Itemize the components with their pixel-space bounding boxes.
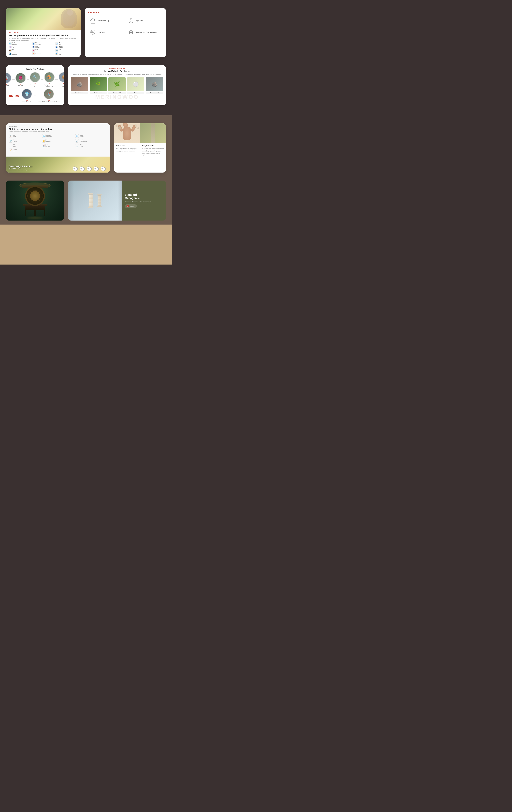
- step-8: ✂️ 06.Inspect fabric/Cutting/Flatlock se…: [37, 89, 60, 103]
- odor-icon: 🔄: [75, 139, 79, 143]
- womens-bottoms-icon: 👗: [55, 46, 58, 48]
- wool-accessories-icon: 🧤: [55, 49, 58, 52]
- circular-steps: 🏭 01.Wool fiber 🧶 02.Spin yarn: [9, 72, 61, 103]
- product-womens-bottoms[interactable]: 👗 Women'sBottoms: [55, 46, 78, 48]
- prop-clean: 🧹 Easy toclean: [9, 149, 41, 152]
- product-wool-accessories[interactable]: 🧤 WoolAccessories: [55, 49, 78, 52]
- easy-care-section: Easy to Care for All our merino wool pro…: [140, 143, 166, 157]
- soft-skin-title: Soft to Skin: [116, 145, 138, 147]
- prop-slim-text: Slimproof: [13, 135, 16, 137]
- procedure-merino-label: Merino Wool Top: [98, 20, 109, 22]
- womens-underwear-label: Women'sUnderwear: [35, 42, 41, 45]
- procedure-card: Procedure Merino Wool Top: [85, 8, 166, 57]
- fabric-title: More Fabric Options: [71, 70, 163, 73]
- procedure-item-merino: Merino Wool Top: [88, 16, 124, 26]
- bamboo-charcoal-label: Bamboocharcoal: [146, 92, 163, 94]
- machine-visual: [6, 180, 64, 221]
- step-8-circle: ✂️: [44, 89, 54, 99]
- step-2: 🧶 02.Spin yarn: [16, 73, 26, 87]
- machine-yarn-card: StandardManagement The process of managi…: [68, 180, 166, 221]
- skin-content: Soft to Skin Merino wool is known to be …: [114, 143, 166, 157]
- step-4-circle: 🎨: [44, 72, 55, 82]
- knit-svg: [90, 29, 96, 35]
- step-7: 👕 07.Finished products: [22, 89, 32, 103]
- product-kids-apparel[interactable]: 🧒 KidsApparel: [9, 49, 31, 52]
- tencel-label: Tencel: [127, 92, 145, 94]
- product-mens-underwear[interactable]: 👕 Men'sUnderwear: [9, 42, 31, 45]
- brand-text: emen: [9, 93, 19, 98]
- fabric-images-row: 🪨 Recycle polyester 🎋 Bamboo viscose 🌿 L…: [71, 77, 163, 94]
- product-wool-fabric[interactable]: 🧵 WoolFabric: [55, 52, 78, 55]
- step-1-label: 01.Wool fiber: [6, 84, 8, 87]
- product-wool-jacket[interactable]: 🧥 Wool Jacket/sportswear: [9, 52, 31, 55]
- recycle-label: Recycle polyester: [71, 92, 88, 94]
- product-mens-bottoms[interactable]: 👖 Men'sBottoms: [32, 46, 55, 48]
- clean-icon: 🧹: [9, 149, 12, 152]
- bottom-section: [0, 225, 172, 264]
- step-1-circle: 🏭: [6, 73, 11, 83]
- product-mens-tops[interactable]: 👔 Men'sTops: [55, 42, 78, 45]
- step-5-circle: 📦: [59, 72, 64, 82]
- wardrobe-top: MERINO WOOL Fit into any wardrobe as a g…: [6, 123, 110, 156]
- wardrobe-bottom-title: Great Design & Function: [9, 165, 34, 168]
- product-womens-tops[interactable]: 👚 Tops: [9, 46, 31, 48]
- circular-knit-card: Circular Knit Products 🏭 01.Wool fiber 🧶: [6, 65, 64, 105]
- natural-icon: ❄️: [75, 134, 79, 138]
- fabric-subtitle: All Renewable Products: [71, 68, 163, 69]
- prop-wrinkle: ✂️ Anti-wrinkle: [42, 144, 74, 147]
- product-functional-sportswear[interactable]: 🏃 Sportswear: [32, 52, 55, 55]
- fabric-description: Your designs/items/ideas/activations are…: [71, 74, 163, 75]
- step-3-label: 03.Knit and inspection fabric: [30, 83, 40, 87]
- mens-tops-label: Men'sTops: [59, 42, 62, 45]
- step-7-circle: 👕: [22, 89, 32, 99]
- odm-description: Your design is fashionable items are wel…: [9, 37, 78, 41]
- lenzing-image: 🌿: [108, 77, 126, 91]
- machine-circular-card: [6, 180, 64, 221]
- wardrobe-title: Fit into any wardrobe as a great base la…: [9, 128, 107, 130]
- kids-apparel-icon: 🧒: [9, 49, 11, 52]
- properties-grid: 🌡️ Slimproof 💧 Moistureabsorption ❄️ Nat…: [9, 134, 107, 152]
- fabric-lenzing: 🌿 Lenzing modal: [108, 77, 126, 94]
- procedure-item-dye: Dyeing & Soft Finishing Fabric: [126, 27, 163, 37]
- skin-right-image: [140, 123, 166, 143]
- connector-3-4: [41, 79, 44, 80]
- procedure-grid: Merino Wool Top Spin Yarn: [88, 16, 163, 37]
- odm-products-grid: 👕 Men'sUnderwear 👗 Women'sUnderwear 👔 Me…: [9, 42, 78, 55]
- lenzing-label: Lenzing modal: [108, 92, 126, 94]
- product-wool-sweater[interactable]: 🧶 WoolSweater: [32, 49, 55, 52]
- prop-touch: ↔️ 2:1Touch: [9, 144, 41, 147]
- prop-fire: 🛡️ Fireresistant: [9, 139, 41, 143]
- tencel-image: ⚪: [127, 77, 145, 91]
- soft-to-skin-section: Soft to Skin Merino wool is known to be …: [114, 143, 140, 157]
- view-more-button[interactable]: ▶ View More: [125, 204, 137, 208]
- prop-odor-text: Odor &odor prevention: [80, 139, 87, 142]
- prop-slim: 🌡️ Slimproof: [9, 134, 41, 138]
- connector-2-3: [27, 79, 29, 80]
- odm-card: What we do? We can provide you with full…: [6, 8, 81, 57]
- step-2-circle: 🧶: [16, 73, 26, 83]
- womens-underwear-icon: 👗: [32, 42, 35, 45]
- product-womens-underwear[interactable]: 👗 Women'sUnderwear: [32, 42, 55, 45]
- procedure-yarn-label: Spin Yarn: [136, 20, 143, 22]
- prop-warm: 🌡️ Warm& Coo: [75, 144, 107, 147]
- prop-odor: 🔄 Odor &odor prevention: [75, 139, 107, 143]
- fabric-bamboo-charcoal: 🪨 Bamboocharcoal: [146, 77, 163, 94]
- prop-touch-text: 2:1Touch: [13, 144, 16, 147]
- odm-hero-image: [6, 8, 81, 30]
- connector-1-2: [12, 79, 15, 80]
- moisture-icon: 💧: [42, 134, 46, 138]
- wrinkle-icon: ✂️: [42, 144, 46, 147]
- soft-skin-text: Merino wool is known to be gentle and so…: [116, 148, 138, 152]
- fabric-bamboo: 🎋 Bamboo viscose: [90, 77, 107, 94]
- odm-label: What we do?: [9, 32, 78, 33]
- step-4-label: 04.Dyeing print and soft finishing fabri…: [44, 83, 55, 87]
- wool-stacked: [151, 123, 154, 143]
- yarn-svg: [128, 18, 134, 24]
- knit-icon: [89, 29, 96, 36]
- wardrobe-subtitle: Good for outdoor sports keeping you warm…: [9, 131, 107, 132]
- womens-tops-label: Tops: [12, 47, 15, 48]
- prop-fire-text: Fireresistant: [13, 139, 18, 142]
- wool-sweater-label: WoolSweater: [35, 49, 39, 52]
- skin-images: [114, 123, 166, 143]
- figure-visual: [114, 123, 140, 143]
